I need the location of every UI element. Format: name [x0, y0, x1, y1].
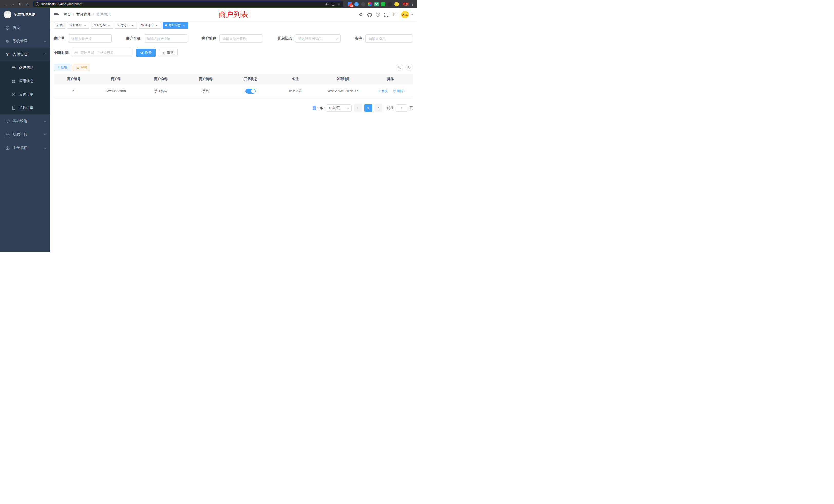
extension-icon-2[interactable]	[354, 2, 359, 6]
document-icon	[11, 106, 16, 110]
breadcrumb-home[interactable]: 首页	[63, 12, 71, 17]
sidebar-item-system[interactable]: ⚙ 系统管理	[0, 35, 50, 48]
tab-label: 用户分组	[93, 23, 106, 27]
github-icon[interactable]	[368, 13, 372, 17]
close-icon[interactable]: ×	[155, 24, 158, 27]
close-icon[interactable]: ×	[83, 24, 87, 27]
search-form-row-1: 商户号 商户全称 商户简称 开启状态 请选择开启状态	[54, 35, 413, 43]
chevron-down-icon	[44, 120, 46, 122]
breadcrumb-payment[interactable]: 支付管理	[76, 12, 91, 17]
tab-user-group[interactable]: 用户分组×	[91, 22, 113, 29]
sidebar-item-app-info[interactable]: 应用信息	[0, 74, 50, 88]
close-icon[interactable]: ×	[107, 24, 111, 27]
delete-button[interactable]: 删除	[393, 89, 403, 93]
active-tab-dot	[165, 24, 167, 26]
sidebar-item-label: 首页	[13, 25, 20, 30]
sidebar-item-label: 支付订单	[19, 92, 34, 97]
extension-badge: 10	[350, 5, 354, 7]
extension-icon-3[interactable]	[361, 2, 366, 6]
browser-menu-button[interactable]: ⋮	[411, 2, 414, 6]
next-page-button[interactable]	[375, 105, 382, 112]
export-button[interactable]: 导出	[73, 64, 90, 71]
status-select[interactable]: 请选择开启状态	[295, 35, 341, 43]
tab-home[interactable]: 首页	[54, 22, 65, 29]
fullscreen-icon[interactable]	[384, 13, 389, 17]
extension-icon-8[interactable]	[394, 2, 399, 6]
sidebar-item-infrastructure[interactable]: 基础设施	[0, 114, 50, 128]
extension-icon-7[interactable]	[388, 2, 392, 6]
close-icon[interactable]: ×	[131, 24, 135, 27]
gear-icon: ⚙	[5, 39, 10, 43]
sidebar-item-pay-order[interactable]: 支付订单	[0, 88, 50, 101]
add-button[interactable]: + 新增	[54, 64, 70, 71]
merchant-fullname-input[interactable]	[144, 35, 188, 43]
sidebar-item-merchant-info[interactable]: 商户信息	[0, 61, 50, 74]
app-logo[interactable]: 芋道管理系统	[0, 8, 50, 21]
chevron-down-icon	[335, 38, 337, 40]
status-toggle[interactable]	[245, 89, 256, 94]
sidebar-item-workflow[interactable]: 工作流程	[0, 141, 50, 155]
sidebar-collapse-button[interactable]	[54, 13, 59, 17]
breadcrumb-separator: /	[73, 13, 74, 17]
search-button[interactable]: 搜索	[136, 49, 156, 57]
search-icon	[140, 51, 144, 55]
column-header-actions: 操作	[368, 74, 413, 84]
browser-reload-button[interactable]: ↻	[17, 1, 23, 7]
extension-icon-4[interactable]	[368, 2, 372, 6]
plus-icon: +	[58, 65, 60, 69]
font-size-icon[interactable]: TT	[393, 12, 397, 17]
total-prefix: 共	[313, 106, 316, 110]
bookmark-star-icon[interactable]: ☆	[337, 2, 341, 6]
edit-label: 修改	[381, 89, 388, 93]
chevron-up-icon	[44, 53, 46, 55]
toggle-search-button[interactable]	[396, 64, 403, 71]
user-avatar[interactable]	[401, 11, 409, 19]
tabs-bar: 首页 流程表单× 用户分组× 支付订单× 退款订单× 商户信息×	[50, 21, 417, 30]
sidebar-item-payment[interactable]: ¥ 支付管理	[0, 48, 50, 61]
sidebar-item-devtools[interactable]: 研发工具	[0, 128, 50, 141]
url-host: localhost:1024	[41, 2, 62, 6]
goto-page-input[interactable]	[396, 105, 407, 112]
extension-icon-6[interactable]	[381, 2, 386, 6]
share-icon[interactable]	[331, 2, 335, 6]
extension-icon-1[interactable]: 10	[348, 2, 352, 6]
sidebar-item-home[interactable]: 首页	[0, 21, 50, 35]
close-icon[interactable]: ×	[182, 24, 185, 27]
edit-button[interactable]: 修改	[377, 89, 388, 93]
site-info-icon[interactable]: i	[36, 2, 39, 6]
chevron-down-icon	[44, 147, 46, 149]
sidebar-item-label: 支付管理	[13, 52, 27, 57]
avatar-dropdown-caret[interactable]: ▾	[411, 13, 413, 17]
tab-label: 商户信息	[169, 23, 181, 27]
reset-button[interactable]: ↻ 重置	[159, 49, 178, 57]
tab-label: 支付订单	[117, 23, 130, 27]
sidebar-item-label: 商户信息	[19, 65, 34, 70]
cell-fullname: 芋道源码	[138, 84, 183, 98]
url-text: localhost:1024/pay/merchant	[41, 2, 323, 6]
address-bar[interactable]: i localhost:1024/pay/merchant ☆	[33, 1, 344, 7]
tab-refund-order[interactable]: 退款订单×	[139, 22, 161, 29]
tab-process-form[interactable]: 流程表单×	[67, 22, 89, 29]
sidebar-item-label: 工作流程	[13, 145, 27, 150]
help-icon[interactable]: ?	[376, 13, 380, 17]
create-time-range-picker[interactable]: 开始日期 - 结束日期	[72, 49, 132, 57]
search-icon[interactable]	[359, 13, 363, 17]
page-size-select[interactable]: 10条/页	[326, 105, 352, 112]
tab-pay-order[interactable]: 支付订单×	[115, 22, 137, 29]
merchant-no-input[interactable]	[68, 35, 112, 43]
vue-devtools-icon[interactable]	[374, 2, 379, 6]
tab-merchant-info[interactable]: 商户信息×	[162, 22, 188, 29]
merchant-shortname-input[interactable]	[219, 35, 263, 43]
browser-update-button[interactable]: 更新	[402, 2, 409, 6]
merchant-no-label: 商户号	[54, 36, 65, 41]
browser-home-button[interactable]: ⌂	[24, 1, 30, 7]
column-header-fullname: 商户全称	[138, 74, 183, 84]
browser-forward-button[interactable]: →	[10, 1, 16, 7]
prev-page-button[interactable]	[354, 105, 362, 112]
refresh-table-button[interactable]: ↻	[406, 64, 413, 71]
browser-back-button[interactable]: ←	[3, 1, 9, 7]
sidebar-item-refund-order[interactable]: 退款订单	[0, 101, 50, 114]
password-key-icon[interactable]	[325, 2, 329, 6]
page-number-1[interactable]: 1	[364, 105, 372, 112]
remark-input[interactable]	[366, 35, 413, 43]
